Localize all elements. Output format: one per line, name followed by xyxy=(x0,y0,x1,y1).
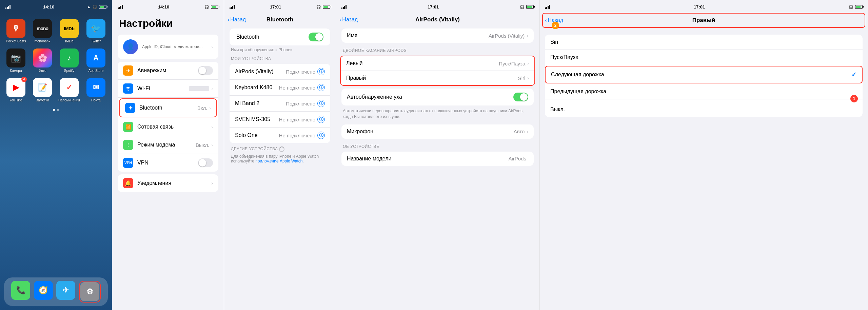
bluetooth-back-button[interactable]: ‹ Назад xyxy=(228,17,246,23)
airpods-headphone-icon: 🎧 xyxy=(520,5,525,9)
dock-settings-highlight: ⚙ xyxy=(79,281,101,303)
auto-ear-toggle[interactable] xyxy=(513,93,528,101)
app-reminders[interactable]: ✓ Напоминания xyxy=(58,78,80,102)
device-solo[interactable]: Solo One Не подключено ⓘ xyxy=(230,128,330,143)
airpods-nav-title: AirPods (Vitaliy) xyxy=(415,16,460,23)
hotspot-icon: ⋮ xyxy=(123,140,133,150)
app-imdb-label: IMDb xyxy=(65,39,73,43)
app-youtube-label: YouTube xyxy=(9,98,22,102)
app-pocket-casts[interactable]: 🎙 Pocket Casts xyxy=(5,19,26,43)
settings-airplane[interactable]: ✈ Авиарежим xyxy=(118,62,218,80)
cellular-label: Сотовая связь xyxy=(137,124,211,130)
airpods-name-label: Имя xyxy=(347,33,489,39)
bluetooth-toggle[interactable] xyxy=(309,33,323,41)
solo-info-button[interactable]: ⓘ xyxy=(317,132,325,139)
settings-header: Настройки xyxy=(112,12,224,32)
airpods-back-button[interactable]: ‹ Назад xyxy=(339,17,358,23)
app-imdb[interactable]: IMDb IMDb xyxy=(58,19,80,43)
youtube-badge: 4 xyxy=(21,77,27,82)
headphone-icon: 🎧 xyxy=(93,5,97,9)
keyboard-status: Не подключено xyxy=(279,85,315,91)
microphone-row[interactable]: Микрофон Авто › xyxy=(341,124,534,139)
option-off[interactable]: Выкл. xyxy=(545,102,863,117)
airplane-label: Авиарежим xyxy=(137,67,198,74)
app-monobank-label: monobank xyxy=(35,39,51,43)
settings-hotspot[interactable]: ⋮ Режим модема Выкл. › xyxy=(118,136,218,154)
notifications-icon: 🔔 xyxy=(123,178,133,188)
app-spotify[interactable]: ♪ Spotify xyxy=(58,49,80,73)
dock-telegram[interactable]: ✈ xyxy=(56,281,75,303)
settings-bluetooth[interactable]: ✦ Bluetooth Вкл. › xyxy=(120,99,216,117)
about-section: Название модели AirPods xyxy=(341,152,534,166)
airpods-status: Подключено xyxy=(286,69,315,75)
airpods-status-bar: 17:01 🎧 xyxy=(336,0,539,12)
settings-notifications[interactable]: 🔔 Уведомления › xyxy=(118,174,218,192)
miband-info-button[interactable]: ⓘ xyxy=(317,100,325,107)
app-twitter[interactable]: 🐦 Twitter xyxy=(85,19,106,43)
settings-content: Настройки 👤 Apple ID, iCloud, медиаматер… xyxy=(112,12,224,310)
screen-home: 14:10 ▲ 🎧 🎙 Pocket Casts mono monobank I… xyxy=(0,0,112,310)
device-sven[interactable]: SVEN MS-305 Не подключено ⓘ xyxy=(230,112,330,128)
bluetooth-toggle-label: Bluetooth xyxy=(236,34,309,40)
hotspot-value: Выкл. xyxy=(196,142,209,148)
sven-status: Не подключено xyxy=(279,117,315,122)
cellular-icon: 📶 xyxy=(123,122,133,132)
airpods-device-label: AirPods (Vitaliy) xyxy=(235,69,286,75)
settings-profile[interactable]: 👤 Apple ID, iCloud, медиаматери... › xyxy=(118,35,218,59)
wifi-chevron: › xyxy=(211,86,213,91)
device-miband[interactable]: Mi Band 2 Подключено ⓘ xyxy=(230,96,330,112)
app-appstore[interactable]: A App Store xyxy=(85,49,106,73)
settings-section-notifications: 🔔 Уведомления › xyxy=(118,174,218,192)
right-tap-value: Siri xyxy=(518,75,526,81)
notifications-chevron: › xyxy=(211,180,213,186)
airpods-name-row[interactable]: Имя AirPods (Vitaliy) › xyxy=(341,28,534,43)
settings-cellular[interactable]: 📶 Сотовая связь › xyxy=(118,118,218,136)
left-tap-label: Левый xyxy=(346,60,499,66)
bt-battery-icon xyxy=(323,5,330,9)
sven-info-button[interactable]: ⓘ xyxy=(317,116,325,123)
device-keyboard[interactable]: Keyboard K480 Не подключено ⓘ xyxy=(230,80,330,96)
page-indicator xyxy=(0,106,112,114)
option-play-pause[interactable]: Пуск/Пауза xyxy=(545,50,863,65)
right-nav-wrapper: ‹ Назад Правый 2 xyxy=(539,12,868,28)
device-airpods[interactable]: AirPods (Vitaliy) Подключено ⓘ xyxy=(230,64,330,80)
app-pocket-casts-label: Pocket Casts xyxy=(6,39,26,43)
airpods-info-button[interactable]: ⓘ xyxy=(317,68,325,75)
dock-safari[interactable]: 🧭 xyxy=(34,281,53,303)
app-photos-label: Фото xyxy=(39,69,46,73)
right-nav-title: Правый xyxy=(692,17,715,24)
left-tap-row[interactable]: Левый Пуск/Пауза › xyxy=(341,56,534,71)
app-notes[interactable]: 📝 Заметки xyxy=(32,78,53,102)
right-status-bar: 17:01 🎧 xyxy=(539,0,868,12)
dock-settings[interactable]: ⚙ xyxy=(80,282,99,301)
option-prev-track[interactable]: Предыдущая дорожка 1 xyxy=(545,84,863,99)
screen-right: 17:01 🎧 ‹ Назад Правый 2 Si xyxy=(539,0,868,310)
app-youtube[interactable]: ▶ 4 YouTube xyxy=(5,78,26,102)
app-monobank[interactable]: mono monobank xyxy=(32,19,53,43)
home-wallpaper: 🎙 Pocket Casts mono monobank IMDb IMDb 🐦… xyxy=(0,12,112,310)
model-row[interactable]: Название модели AirPods xyxy=(341,152,534,166)
airplane-toggle[interactable] xyxy=(198,66,213,75)
right-tap-row[interactable]: Правый Siri › xyxy=(341,71,534,85)
signal-icon xyxy=(5,5,11,9)
app-mail[interactable]: ✉ Почта xyxy=(85,78,106,102)
settings-section-connectivity: ✈ Авиарежим Wi-Fi › xyxy=(118,62,218,172)
dock: 📞 🧭 ✈ ⚙ xyxy=(4,277,108,306)
next-track-highlight: Следующая дорожка ✓ xyxy=(545,66,863,83)
option-next-track[interactable]: Следующая дорожка ✓ xyxy=(546,66,862,83)
app-camera[interactable]: 📷 Камера xyxy=(5,49,26,73)
keyboard-info-button[interactable]: ⓘ xyxy=(317,84,325,91)
app-reminders-label: Напоминания xyxy=(58,98,80,102)
settings-wifi[interactable]: Wi-Fi › xyxy=(118,80,218,98)
badge-1: 1 xyxy=(850,95,858,102)
airplane-icon: ✈ xyxy=(123,65,133,76)
app-mail-label: Почта xyxy=(91,98,101,102)
option-siri[interactable]: Siri xyxy=(545,35,863,50)
app-photos[interactable]: 🌸 Фото xyxy=(32,49,53,73)
dock-phone[interactable]: 📞 xyxy=(11,281,30,303)
miband-label: Mi Band 2 xyxy=(235,100,286,106)
vpn-toggle[interactable] xyxy=(198,158,213,167)
settings-vpn[interactable]: VPN VPN xyxy=(118,154,218,172)
apple-watch-link[interactable]: приложение Apple Watch xyxy=(255,159,302,163)
hotspot-label: Режим модема xyxy=(137,142,196,148)
